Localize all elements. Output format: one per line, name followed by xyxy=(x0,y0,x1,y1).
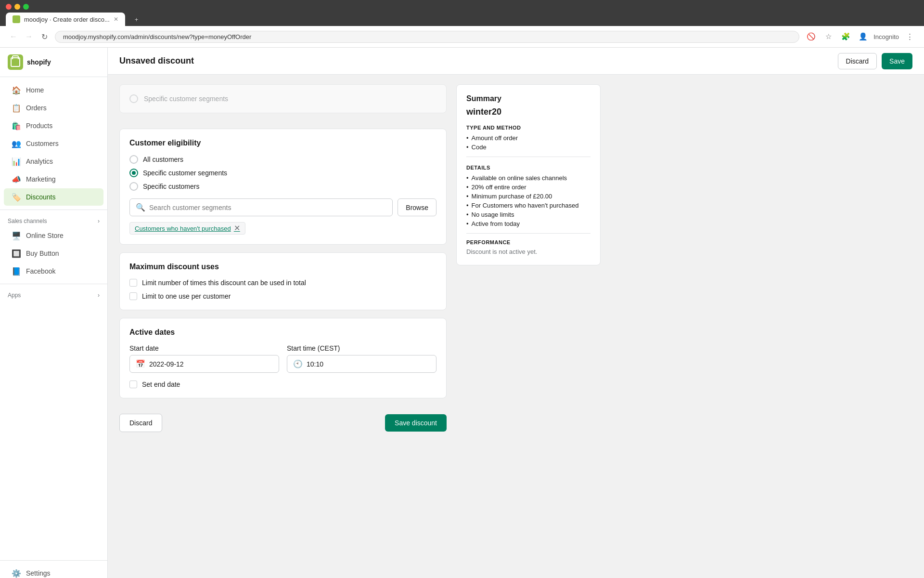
tab-title: moodjoy · Create order disco... xyxy=(24,16,110,23)
bottom-save-discount-button[interactable]: Save discount xyxy=(385,414,447,432)
profile-icon[interactable]: 👤 xyxy=(856,30,870,43)
apps-label: Apps xyxy=(8,292,21,299)
sidebar-bottom: ⚙️ Settings xyxy=(0,552,107,578)
sidebar-item-online-store[interactable]: 🖥️ Online Store xyxy=(4,227,103,244)
sidebar-item-buy-button[interactable]: 🔲 Buy Button xyxy=(4,245,103,262)
sales-channels-label: Sales channels xyxy=(8,218,47,224)
nav-buttons: ← → ↻ xyxy=(8,31,50,42)
sidebar-item-analytics[interactable]: 📊 Analytics xyxy=(4,153,103,170)
radio-specific-customers[interactable]: Specific customers xyxy=(129,182,436,191)
summary-divider-2 xyxy=(466,233,590,234)
sidebar-item-facebook-label: Facebook xyxy=(26,267,55,275)
segment-search-input[interactable] xyxy=(149,204,386,211)
close-traffic-light[interactable] xyxy=(6,4,12,10)
maximum-uses-card: Maximum discount uses Limit number of ti… xyxy=(119,252,447,310)
browse-button[interactable]: Browse xyxy=(398,198,436,216)
new-tab-button[interactable]: + xyxy=(128,13,145,26)
sidebar-item-marketing[interactable]: 📣 Marketing xyxy=(4,171,103,188)
sidebar-item-settings[interactable]: ⚙️ Settings xyxy=(4,565,103,578)
active-tab[interactable]: moodjoy · Create order disco... ✕ xyxy=(6,13,125,26)
save-button[interactable]: Save xyxy=(882,53,912,69)
sidebar-item-orders[interactable]: 📋 Orders xyxy=(4,99,103,117)
customer-eligibility-title: Customer eligibility xyxy=(129,139,436,147)
details-item-1: 20% off entire order xyxy=(466,184,590,191)
radio-specific-customers-input[interactable] xyxy=(129,182,138,191)
tag-remove-button[interactable]: ✕ xyxy=(234,224,240,232)
details-item-5: Active from today xyxy=(466,220,590,227)
start-time-field: Start time (CEST) 🕙 xyxy=(287,344,436,373)
tab-favicon xyxy=(13,15,20,23)
main-content: Specific customer segments Customer elig… xyxy=(108,75,924,578)
checkbox-limit-per-customer-input[interactable] xyxy=(129,292,137,300)
checkbox-limit-per-customer[interactable]: Limit to one use per customer xyxy=(129,292,436,300)
clock-icon: 🕙 xyxy=(293,359,303,368)
sidebar-item-products[interactable]: 🛍️ Products xyxy=(4,117,103,134)
maximum-uses-checkboxes: Limit number of times this discount can … xyxy=(129,279,436,300)
checkbox-limit-total-input[interactable] xyxy=(129,279,137,287)
sidebar-divider-1 xyxy=(0,210,107,210)
summary-card: Summary winter20 TYPE AND METHOD Amount … xyxy=(456,84,601,265)
customer-eligibility-radio-group: All customers Specific customer segments… xyxy=(129,155,436,191)
orders-icon: 📋 xyxy=(12,103,21,113)
sidebar-nav: 🏠 Home 📋 Orders 🛍️ Products 👥 Customers … xyxy=(0,77,107,552)
sidebar-item-products-label: Products xyxy=(26,122,52,130)
sidebar-item-customers[interactable]: 👥 Customers xyxy=(4,135,103,152)
sidebar-item-facebook[interactable]: 📘 Facebook xyxy=(4,263,103,280)
checkbox-limit-total[interactable]: Limit number of times this discount can … xyxy=(129,279,436,287)
bookmark-icon[interactable]: ☆ xyxy=(821,30,835,43)
radio-specific-segments-label: Specific customer segments xyxy=(143,169,227,177)
products-icon: 🛍️ xyxy=(12,121,21,131)
sidebar-item-home-label: Home xyxy=(26,86,44,94)
calendar-icon: 📅 xyxy=(136,359,145,368)
shopify-bag-inner xyxy=(11,57,20,67)
sidebar-item-discounts-label: Discounts xyxy=(26,193,55,201)
partial-top-card: Specific customer segments xyxy=(119,84,447,113)
header-actions: Discard Save xyxy=(838,53,912,69)
menu-icon[interactable]: ⋮ xyxy=(903,30,916,43)
maximize-traffic-light[interactable] xyxy=(23,4,29,10)
segment-search-container: 🔍 Browse xyxy=(129,198,436,216)
apps-section[interactable]: Apps › xyxy=(0,288,107,301)
customer-eligibility-card: Customer eligibility All customers Speci… xyxy=(119,129,447,245)
browser-toolbar: 🚫 ☆ 🧩 👤 Incognito ⋮ xyxy=(804,30,916,43)
sales-channels-section[interactable]: Sales channels › xyxy=(0,214,107,226)
sidebar-item-home[interactable]: 🏠 Home xyxy=(4,81,103,99)
facebook-icon: 📘 xyxy=(12,266,21,276)
camera-off-icon: 🚫 xyxy=(804,30,818,43)
start-time-label: Start time (CEST) xyxy=(287,344,436,352)
marketing-icon: 📣 xyxy=(12,174,21,184)
back-button[interactable]: ← xyxy=(8,31,19,42)
tab-close-button[interactable]: ✕ xyxy=(114,16,118,23)
refresh-button[interactable]: ↻ xyxy=(38,31,50,42)
customer-tag-item: Customers who haven't purchased ✕ xyxy=(129,222,245,235)
customer-tag-label[interactable]: Customers who haven't purchased xyxy=(135,225,231,232)
checkbox-limit-per-customer-label: Limit to one use per customer xyxy=(142,292,231,300)
sidebar-divider-3 xyxy=(0,560,107,561)
details-item-0: Available on online sales channels xyxy=(466,174,590,182)
minimize-traffic-light[interactable] xyxy=(14,4,20,10)
extensions-icon[interactable]: 🧩 xyxy=(839,30,852,43)
start-time-input[interactable] xyxy=(307,360,430,368)
start-date-input[interactable] xyxy=(149,360,273,368)
set-end-date-option[interactable]: Set end date xyxy=(129,381,436,388)
sidebar-item-buy-button-label: Buy Button xyxy=(26,250,59,257)
start-date-input-wrapper: 📅 xyxy=(129,355,279,373)
bottom-discard-button[interactable]: Discard xyxy=(119,414,162,432)
performance-text: Discount is not active yet. xyxy=(466,248,590,255)
customer-tag-list: Customers who haven't purchased ✕ xyxy=(129,222,436,235)
traffic-lights xyxy=(6,4,918,10)
discard-button[interactable]: Discard xyxy=(838,53,877,69)
partial-card-inner: Specific customer segments xyxy=(129,94,436,103)
radio-specific-segments-input[interactable] xyxy=(129,169,138,177)
sidebar-item-discounts[interactable]: 🏷️ Discounts xyxy=(4,188,103,206)
url-bar[interactable]: moodjoy.myshopify.com/admin/discounts/ne… xyxy=(55,31,799,43)
radio-all-customers[interactable]: All customers xyxy=(129,155,436,164)
page-title: Unsaved discount xyxy=(119,56,194,66)
sidebar-brand: shopify xyxy=(27,58,51,66)
set-end-date-checkbox[interactable] xyxy=(129,381,137,388)
radio-all-customers-input[interactable] xyxy=(129,155,138,164)
type-method-item-1: Code xyxy=(466,144,590,151)
sidebar-logo: shopify xyxy=(0,48,107,77)
radio-specific-segments[interactable]: Specific customer segments xyxy=(129,169,436,177)
forward-button[interactable]: → xyxy=(23,31,35,42)
